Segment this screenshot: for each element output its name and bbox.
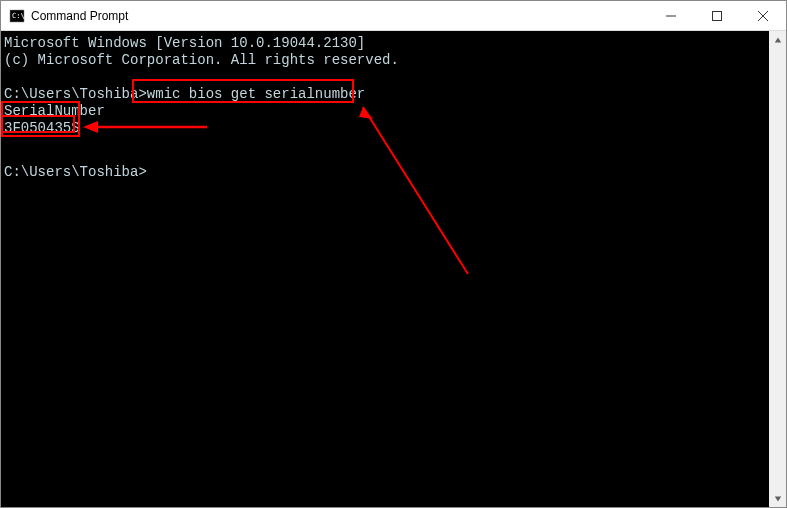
annotation-highlight-command	[132, 79, 354, 103]
annotation-highlight-serial-inner	[1, 115, 75, 133]
cmd-icon: C:\	[9, 8, 25, 24]
terminal-prompt-line-2: C:\Users\Toshiba>	[4, 164, 147, 181]
scroll-up-button[interactable]	[769, 31, 786, 48]
prompt-path: C:\Users\Toshiba>	[4, 164, 147, 180]
terminal-area[interactable]: Microsoft Windows [Version 10.0.19044.21…	[1, 31, 786, 507]
terminal-content: Microsoft Windows [Version 10.0.19044.21…	[1, 31, 786, 167]
minimize-button[interactable]	[648, 1, 694, 30]
window-title: Command Prompt	[31, 9, 648, 23]
maximize-button[interactable]	[694, 1, 740, 30]
scroll-down-button[interactable]	[769, 490, 786, 507]
command-prompt-window: C:\ Command Prompt Microsoft Windows [Ve…	[0, 0, 787, 508]
titlebar: C:\ Command Prompt	[1, 1, 786, 31]
close-button[interactable]	[740, 1, 786, 30]
window-controls	[648, 1, 786, 30]
svg-marker-10	[774, 37, 780, 42]
vertical-scrollbar[interactable]	[769, 31, 786, 507]
terminal-line-copyright: (c) Microsoft Corporation. All rights re…	[4, 52, 399, 69]
svg-marker-11	[774, 496, 780, 501]
terminal-line-version: Microsoft Windows [Version 10.0.19044.21…	[4, 35, 365, 52]
prompt-path: C:\Users\Toshiba>	[4, 86, 147, 102]
svg-rect-3	[713, 11, 722, 20]
svg-text:C:\: C:\	[12, 12, 25, 20]
